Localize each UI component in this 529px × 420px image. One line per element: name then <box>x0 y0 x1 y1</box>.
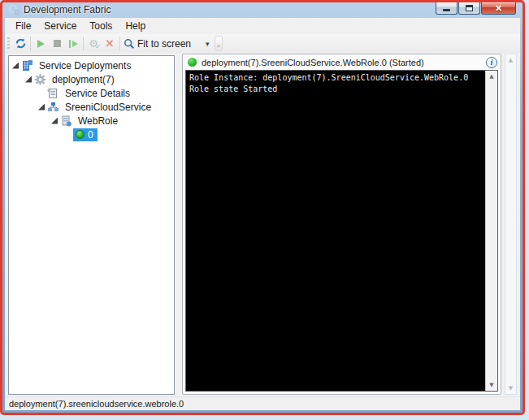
restore-icon <box>466 5 473 11</box>
tree-item-sreenicloudservice[interactable]: SreeniCloudService <box>9 100 174 114</box>
tree-item-label: deployment(7) <box>50 73 117 86</box>
app-icon <box>8 4 20 15</box>
gear-check-icon: ⚙✓ <box>89 38 98 49</box>
toolbar-separator <box>83 37 84 50</box>
web-role-icon <box>60 115 72 127</box>
expander-icon[interactable] <box>12 63 19 69</box>
refresh-button[interactable] <box>12 36 28 52</box>
play-icon <box>37 40 45 48</box>
app-window: Development Fabric ✕ File Service Tools … <box>2 2 522 413</box>
console-line: Role Instance: deployment(7).SreeniCloud… <box>189 73 468 82</box>
window-body: File Service Tools Help <box>5 18 520 410</box>
panel-scrollbar[interactable]: ▲ ▼ <box>505 54 517 395</box>
minimize-button[interactable] <box>436 2 457 15</box>
toolbar-grip[interactable] <box>7 37 10 50</box>
magnifier-icon <box>124 38 135 50</box>
toolbar: ⚙✓ ✕ Fit to screen ▾ <box>5 34 520 53</box>
stop-button[interactable] <box>49 36 65 52</box>
zoom-selector[interactable]: Fit to screen ▾ <box>124 38 210 50</box>
tree-item-label: 0 <box>87 129 96 141</box>
settings-check-button[interactable]: ⚙✓ <box>85 36 102 52</box>
menu-service[interactable]: Service <box>37 19 83 33</box>
zoom-value: Fit to screen <box>137 38 191 50</box>
close-icon: ✕ <box>495 4 502 13</box>
tree-item-webrole[interactable]: WebRole <box>9 114 174 128</box>
chevron-down-icon: ▾ <box>206 40 210 48</box>
instance-title: deployment(7).SreeniCloudService.WebRole… <box>202 58 486 67</box>
start-button[interactable] <box>33 36 49 52</box>
scroll-up-icon[interactable]: ▲ <box>486 71 497 82</box>
step-button[interactable] <box>65 36 81 52</box>
delete-x-icon: ✕ <box>106 38 115 49</box>
restore-button[interactable] <box>458 2 480 15</box>
expander-icon[interactable] <box>38 104 45 110</box>
status-bar-text: deployment(7).sreenicloudservice.webrole… <box>5 399 184 409</box>
remove-button[interactable]: ✕ <box>102 36 118 52</box>
console-scrollbar[interactable]: ▲ ▼ <box>485 71 497 391</box>
info-icon[interactable]: i <box>486 57 497 68</box>
refresh-icon <box>15 37 27 50</box>
status-dot-icon <box>188 58 197 67</box>
tree-item-deployment-7[interactable]: deployment(7) <box>9 72 174 86</box>
menu-help[interactable]: Help <box>119 19 152 33</box>
tree-item-instance-0[interactable]: 0 <box>9 128 174 141</box>
service-tree-pane[interactable]: Service Deployments <box>8 55 175 395</box>
step-icon <box>69 40 78 48</box>
toolbar-separator <box>119 37 120 50</box>
tree-item-label: Service Deployments <box>37 59 133 72</box>
toolbar-separator <box>30 37 31 50</box>
annotation-border: Development Fabric ✕ File Service Tools … <box>0 0 525 415</box>
service-deployments-icon <box>21 60 33 71</box>
tree-item-label: WebRole <box>76 115 120 128</box>
instance-dot-icon <box>76 130 85 139</box>
close-button[interactable]: ✕ <box>481 2 516 15</box>
console-output[interactable]: Role Instance: deployment(7).SreeniCloud… <box>185 70 498 392</box>
tree-item-service-deployments[interactable]: Service Deployments <box>9 58 174 72</box>
window-title: Development Fabric <box>24 4 111 15</box>
console-text: Role Instance: deployment(7).SreeniCloud… <box>189 72 481 95</box>
main-content: Service Deployments <box>5 53 520 396</box>
status-bar: deployment(7).sreenicloudservice.webrole… <box>5 396 520 410</box>
stop-icon <box>54 40 61 47</box>
tree-item-service-details[interactable]: Service Details <box>9 86 174 100</box>
scroll-down-icon[interactable]: ▼ <box>486 379 497 391</box>
service-details-icon <box>47 88 59 99</box>
tree-item-label: Service Details <box>63 87 132 100</box>
menu-tools[interactable]: Tools <box>83 19 119 33</box>
instance-panel: deployment(7).SreeniCloudService.WebRole… <box>182 54 501 395</box>
menu-bar: File Service Tools Help <box>5 18 520 34</box>
console-line: Role state Started <box>189 84 277 93</box>
scroll-down-icon[interactable]: ▼ <box>505 383 516 394</box>
deployment-gear-icon <box>34 74 46 85</box>
cloud-service-icon <box>47 102 59 113</box>
title-bar[interactable]: Development Fabric ✕ <box>2 2 522 18</box>
minimize-icon <box>443 9 450 11</box>
expander-icon[interactable] <box>51 118 58 124</box>
menu-file[interactable]: File <box>9 19 37 33</box>
scroll-up-icon[interactable]: ▲ <box>505 54 516 66</box>
expander-icon[interactable] <box>25 76 32 83</box>
tree-item-label: SreeniCloudService <box>63 101 154 114</box>
instance-panel-header: deployment(7).SreeniCloudService.WebRole… <box>183 54 501 70</box>
toolbar-overflow-handle[interactable] <box>215 36 223 51</box>
